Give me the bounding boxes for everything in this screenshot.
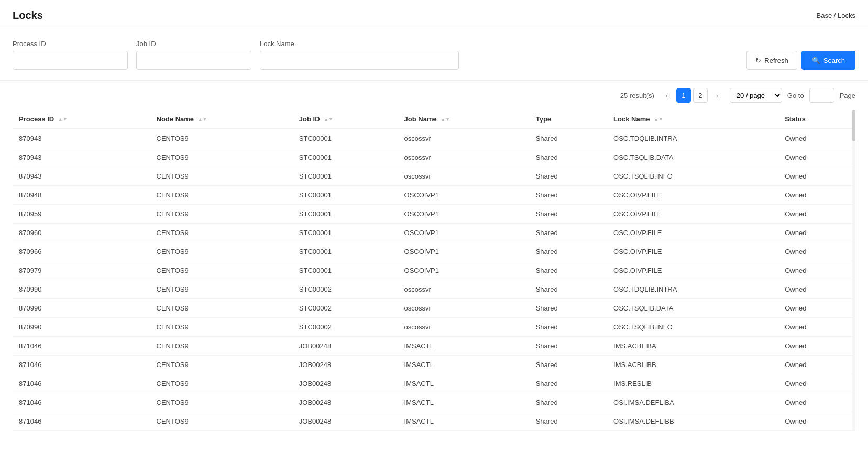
col-type: Type <box>530 110 607 129</box>
refresh-button[interactable]: ↻ Refresh <box>746 51 797 70</box>
cell-job-name: oscossvr <box>398 280 530 299</box>
cell-job-name: IMSACTL <box>398 412 530 431</box>
refresh-icon: ↻ <box>755 57 761 64</box>
cell-job-name: IMSACTL <box>398 337 530 356</box>
cell-process-id: 871046 <box>13 374 150 393</box>
cell-type: Shared <box>530 129 607 148</box>
table-row: 870948 CENTOS9 STC00001 OSCOIVP1 Shared … <box>13 186 855 205</box>
table-row: 871046 CENTOS9 JOB00248 IMSACTL Shared I… <box>13 374 855 393</box>
cell-job-name: IMSACTL <box>398 356 530 374</box>
lock-name-input[interactable] <box>260 51 459 70</box>
cell-process-id: 870990 <box>13 280 150 299</box>
cell-lock-name: OSC.TDQLIB.INTRA <box>607 129 778 148</box>
cell-node-name: CENTOS9 <box>150 186 293 205</box>
cell-type: Shared <box>530 224 607 242</box>
cell-job-id: STC00001 <box>293 186 398 205</box>
cell-status: Owned <box>778 129 855 148</box>
cell-node-name: CENTOS9 <box>150 299 293 318</box>
search-button[interactable]: 🔍 Search <box>801 51 855 70</box>
table-row: 871046 CENTOS9 JOB00248 IMSACTL Shared I… <box>13 337 855 356</box>
sort-job-name-icon[interactable]: ▲▼ <box>441 117 450 122</box>
cell-status: Owned <box>778 356 855 374</box>
table-row: 870990 CENTOS9 STC00002 oscossvr Shared … <box>13 299 855 318</box>
table-row: 871046 CENTOS9 JOB00248 IMSACTL Shared O… <box>13 393 855 412</box>
table-wrapper: Process ID ▲▼ Node Name ▲▼ Job ID ▲▼ Job… <box>13 110 855 431</box>
col-status: Status <box>778 110 855 129</box>
filter-actions: ↻ Refresh 🔍 Search <box>746 51 855 70</box>
cell-job-id: STC00001 <box>293 261 398 280</box>
table-section: 25 result(s) ‹ 1 2 › 20 / page 50 / page… <box>0 81 868 431</box>
job-id-input[interactable] <box>136 51 251 70</box>
cell-job-name: OSCOIVP1 <box>398 242 530 261</box>
cell-status: Owned <box>778 242 855 261</box>
table-row: 870990 CENTOS9 STC00002 oscossvr Shared … <box>13 280 855 299</box>
cell-lock-name: OSC.TSQLIB.INFO <box>607 167 778 186</box>
cell-job-id: STC00001 <box>293 148 398 167</box>
cell-lock-name: IMS.ACBLIBA <box>607 337 778 356</box>
table-toolbar: 25 result(s) ‹ 1 2 › 20 / page 50 / page… <box>13 81 855 110</box>
cell-lock-name: OSC.OIVP.FILE <box>607 205 778 224</box>
prev-page-button[interactable]: ‹ <box>660 88 674 103</box>
cell-node-name: CENTOS9 <box>150 167 293 186</box>
cell-job-name: oscossvr <box>398 318 530 337</box>
col-lock-name: Lock Name ▲▼ <box>607 110 778 129</box>
cell-job-id: STC00001 <box>293 242 398 261</box>
cell-status: Owned <box>778 224 855 242</box>
cell-lock-name: OSC.OIVP.FILE <box>607 224 778 242</box>
cell-process-id: 870943 <box>13 167 150 186</box>
cell-status: Owned <box>778 261 855 280</box>
page-size-select[interactable]: 20 / page 50 / page 100 / page <box>730 88 782 103</box>
cell-status: Owned <box>778 374 855 393</box>
cell-job-id: JOB00248 <box>293 337 398 356</box>
scrollbar-thumb[interactable] <box>852 110 855 141</box>
col-job-name: Job Name ▲▼ <box>398 110 530 129</box>
table-row: 870966 CENTOS9 STC00001 OSCOIVP1 Shared … <box>13 242 855 261</box>
cell-status: Owned <box>778 167 855 186</box>
scrollbar-track[interactable] <box>852 110 855 431</box>
cell-type: Shared <box>530 412 607 431</box>
cell-node-name: CENTOS9 <box>150 280 293 299</box>
cell-lock-name: OSC.TDQLIB.INTRA <box>607 280 778 299</box>
cell-type: Shared <box>530 356 607 374</box>
cell-status: Owned <box>778 205 855 224</box>
lock-name-group: Lock Name <box>260 40 459 70</box>
cell-node-name: CENTOS9 <box>150 318 293 337</box>
page-1-button[interactable]: 1 <box>676 88 691 103</box>
cell-job-id: JOB00248 <box>293 374 398 393</box>
cell-lock-name: OSI.IMSA.DEFLIBA <box>607 393 778 412</box>
table-row: 870959 CENTOS9 STC00001 OSCOIVP1 Shared … <box>13 205 855 224</box>
cell-lock-name: OSC.OIVP.FILE <box>607 186 778 205</box>
cell-job-id: STC00001 <box>293 129 398 148</box>
cell-process-id: 870990 <box>13 299 150 318</box>
col-node-name: Node Name ▲▼ <box>150 110 293 129</box>
sort-lock-name-icon[interactable]: ▲▼ <box>654 117 663 122</box>
cell-job-id: STC00002 <box>293 280 398 299</box>
cell-node-name: CENTOS9 <box>150 129 293 148</box>
table-header-row: Process ID ▲▼ Node Name ▲▼ Job ID ▲▼ Job… <box>13 110 855 129</box>
page-title: Locks <box>13 9 43 21</box>
sort-process-id-icon[interactable]: ▲▼ <box>58 117 68 122</box>
next-page-button[interactable]: › <box>710 88 724 103</box>
refresh-label: Refresh <box>764 57 788 64</box>
search-icon: 🔍 <box>812 57 820 64</box>
lock-name-label: Lock Name <box>260 40 459 48</box>
cell-type: Shared <box>530 242 607 261</box>
sort-node-name-icon[interactable]: ▲▼ <box>198 117 207 122</box>
cell-status: Owned <box>778 186 855 205</box>
page-label: Page <box>840 92 855 99</box>
cell-job-name: OSCOIVP1 <box>398 186 530 205</box>
sort-job-id-icon[interactable]: ▲▼ <box>324 117 333 122</box>
page-2-button[interactable]: 2 <box>693 88 708 103</box>
cell-process-id: 870960 <box>13 224 150 242</box>
cell-lock-name: OSC.TSQLIB.INFO <box>607 318 778 337</box>
cell-job-name: oscossvr <box>398 167 530 186</box>
breadcrumb-separator: / <box>834 12 838 19</box>
goto-input[interactable] <box>809 88 834 103</box>
cell-job-name: OSCOIVP1 <box>398 224 530 242</box>
process-id-input[interactable] <box>13 51 128 70</box>
cell-job-name: oscossvr <box>398 299 530 318</box>
cell-process-id: 870948 <box>13 186 150 205</box>
cell-process-id: 871046 <box>13 337 150 356</box>
cell-type: Shared <box>530 393 607 412</box>
cell-type: Shared <box>530 205 607 224</box>
